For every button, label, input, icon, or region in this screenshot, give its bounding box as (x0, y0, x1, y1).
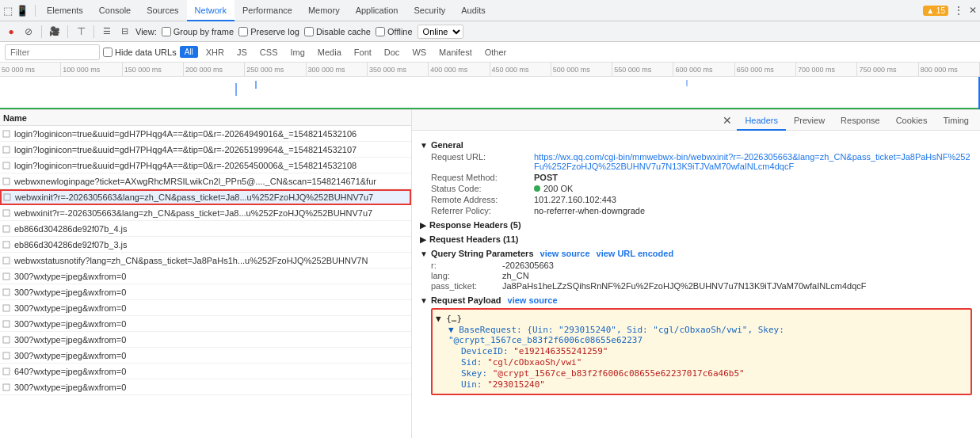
svg-rect-1 (3, 147, 10, 153)
filter-all-btn[interactable]: All (180, 46, 198, 58)
filter-doc-btn[interactable]: Doc (379, 47, 405, 58)
record-icon[interactable]: ● (5, 25, 17, 38)
view-source-link[interactable]: view source (540, 249, 590, 258)
view-url-encoded-link[interactable]: view URL encoded (597, 249, 674, 258)
row-name: 300?wxtype=jpeg&wxfrom=0 (13, 319, 411, 329)
filter-icon[interactable]: ⊤ (74, 25, 87, 38)
request-row[interactable]: 300?wxtype=jpeg&wxfrom=0 (0, 332, 411, 348)
request-row[interactable]: webwxinit?r=-2026305663&lang=zh_CN&pass_… (0, 189, 411, 205)
timeline-chart[interactable] (0, 77, 980, 110)
tab-network[interactable]: Network (187, 0, 235, 21)
details-tab-preview[interactable]: Preview (786, 110, 833, 131)
row-checkbox (0, 146, 13, 154)
request-row[interactable]: 640?wxtype=jpeg&wxfrom=0 (0, 364, 411, 379)
camera-icon[interactable]: 🎥 (48, 25, 61, 38)
details-tab-headers[interactable]: Headers (737, 110, 786, 131)
svg-rect-3 (3, 178, 10, 185)
request-method-row: Request Method: POST (431, 173, 972, 182)
filter-ws-btn[interactable]: WS (407, 47, 431, 58)
svg-rect-15 (3, 368, 10, 375)
request-row[interactable]: 300?wxtype=jpeg&wxfrom=0 (0, 269, 411, 284)
row-checkbox (0, 352, 13, 360)
group-by-frame-checkbox[interactable] (162, 27, 171, 36)
tab-sources[interactable]: Sources (139, 0, 186, 21)
filter-xhr-btn[interactable]: XHR (201, 47, 229, 58)
section-query-params[interactable]: ▼ Query String Parameters view source vi… (420, 249, 972, 258)
filter-input[interactable] (5, 44, 100, 60)
filter-font-btn[interactable]: Font (349, 47, 376, 58)
details-tab-timing[interactable]: Timing (935, 110, 977, 131)
request-rows: login?loginicon=true&uuid=gdH7PHqg4A==&t… (0, 126, 411, 395)
stop-icon[interactable]: ⊘ (22, 25, 35, 38)
request-row[interactable]: 300?wxtype=jpeg&wxfrom=0 (0, 316, 411, 332)
details-tab-response[interactable]: Response (833, 110, 888, 131)
section-general-header[interactable]: ▼ General (420, 140, 972, 150)
timeline-tick: 250 000 ms (245, 63, 306, 76)
timeline-tick: 700 000 ms (796, 63, 857, 76)
filter-js-btn[interactable]: JS (232, 47, 252, 58)
request-row[interactable]: login?loginicon=true&uuid=gdH7PHqg4A==&t… (0, 126, 411, 142)
svg-rect-5 (3, 210, 10, 216)
toolbar-separator-1 (41, 25, 42, 38)
online-select[interactable]: Online (418, 25, 463, 39)
details-content: ▼ General Request URL: https://wx.qq.com… (412, 131, 980, 403)
tab-elements[interactable]: Elements (39, 0, 91, 21)
svg-rect-16 (3, 384, 10, 390)
section-request-headers[interactable]: ▶ Request Headers (11) (420, 234, 972, 244)
request-row[interactable]: eb866d304286de92f07b_3.js (0, 237, 411, 253)
payload-content: ▼ {…}▼ BaseRequest: {Uin: "293015240", S… (431, 308, 972, 395)
view-waterfall-icon[interactable]: ⊟ (118, 25, 131, 38)
filter-css-btn[interactable]: CSS (255, 47, 283, 58)
section-response-headers[interactable]: ▶ Response Headers (5) (420, 220, 972, 230)
request-row[interactable]: webwxnewloginpage?ticket=AXwgRhcMRSILwik… (0, 173, 411, 189)
svg-rect-14 (3, 352, 10, 359)
request-row[interactable]: 300?wxtype=jpeg&wxfrom=0 (0, 379, 411, 395)
request-row[interactable]: 300?wxtype=jpeg&wxfrom=0 (0, 300, 411, 316)
section-request-payload[interactable]: ▼ Request Payload view source (420, 295, 972, 305)
status-code-value: 200 OK (534, 184, 972, 193)
disable-cache-checkbox[interactable] (304, 27, 314, 36)
payload-line: Skey: "@crypt_1567ce_b83f2f6006c08655e62… (461, 368, 967, 379)
request-row[interactable]: eb866d304286de92f07b_4.js (0, 221, 411, 237)
request-row[interactable]: webwxstatusnotify?lang=zh_CN&pass_ticket… (0, 253, 411, 269)
param-row-r: r: -2026305663 (431, 261, 972, 270)
offline-checkbox[interactable] (376, 27, 385, 36)
close-icon[interactable]: ✕ (969, 5, 977, 16)
tab-security[interactable]: Security (406, 0, 453, 21)
filter-manifest-btn[interactable]: Manifest (434, 47, 477, 58)
payload-view-source-link[interactable]: view source (508, 295, 558, 305)
request-row[interactable]: login?loginicon=true&uuid=gdH7PHqg4A==&t… (0, 158, 411, 173)
preserve-log-checkbox[interactable] (238, 27, 248, 36)
request-row[interactable]: 300?wxtype=jpeg&wxfrom=0 (0, 348, 411, 364)
filter-media-btn[interactable]: Media (313, 47, 346, 58)
close-details-btn[interactable]: ✕ (718, 114, 737, 127)
filter-other-btn[interactable]: Other (480, 47, 512, 58)
tab-console[interactable]: Console (91, 0, 139, 21)
hide-data-urls-checkbox[interactable] (103, 48, 112, 57)
request-row[interactable]: webwxinit?r=-2026305663&lang=zh_CN&pass_… (0, 205, 411, 221)
inspect-icon[interactable]: ⬚ (3, 5, 13, 17)
tab-memory[interactable]: Memory (300, 0, 348, 21)
svg-rect-11 (3, 305, 10, 311)
tab-audits[interactable]: Audits (453, 0, 494, 21)
row-name: 300?wxtype=jpeg&wxfrom=0 (13, 383, 411, 392)
tab-performance[interactable]: Performance (235, 0, 300, 21)
request-row[interactable]: login?loginicon=true&uuid=gdH7PHqg4A==&t… (0, 142, 411, 158)
query-params-label: Query String Parameters (431, 249, 534, 258)
device-icon[interactable]: 📱 (16, 5, 29, 17)
status-code-key: Status Code: (431, 184, 534, 193)
tab-application[interactable]: Application (348, 0, 406, 21)
filter-img-btn[interactable]: Img (285, 47, 309, 58)
response-headers-label: Response Headers (5) (429, 220, 521, 230)
details-tab-cookies[interactable]: Cookies (888, 110, 936, 131)
devtools-icons: ⬚ 📱 (3, 5, 36, 17)
view-list-icon[interactable]: ☰ (101, 25, 113, 38)
main-area: Name login?loginicon=true&uuid=gdH7PHqg4… (0, 110, 980, 438)
row-name: webwxinit?r=-2026305663&lang=zh_CN&pass_… (13, 208, 411, 218)
more-icon[interactable]: ⋮ (953, 4, 964, 17)
referrer-policy-value: no-referrer-when-downgrade (534, 206, 972, 215)
request-url-key: Request URL: (431, 152, 534, 171)
request-list: Name login?loginicon=true&uuid=gdH7PHqg4… (0, 110, 412, 438)
payload-box: ▼ {…}▼ BaseRequest: {Uin: "293015240", S… (431, 308, 972, 395)
request-row[interactable]: 300?wxtype=jpeg&wxfrom=0 (0, 284, 411, 300)
